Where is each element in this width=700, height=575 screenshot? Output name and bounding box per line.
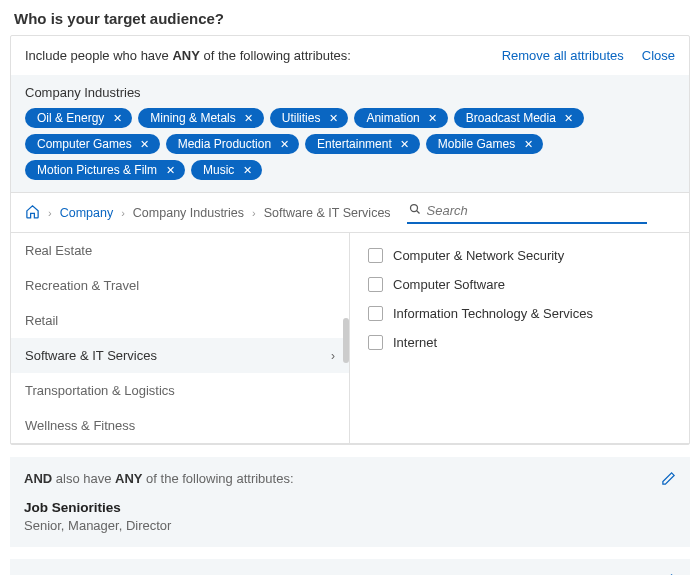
industry-pill: Mobile Games✕ xyxy=(426,134,543,154)
close-icon[interactable]: ✕ xyxy=(326,111,340,125)
home-icon[interactable] xyxy=(25,204,40,222)
industries-section: Company Industries Oil & Energy✕Mining &… xyxy=(11,75,689,192)
targeting-panel: Include people who have ANY of the follo… xyxy=(10,35,690,445)
checkbox[interactable] xyxy=(368,306,383,321)
close-icon[interactable]: ✕ xyxy=(110,111,124,125)
industry-pill: Mining & Metals✕ xyxy=(138,108,263,128)
industry-pill: Music✕ xyxy=(191,160,262,180)
checkbox[interactable] xyxy=(368,248,383,263)
pill-label: Music xyxy=(203,163,234,177)
pill-label: Computer Games xyxy=(37,137,132,151)
attribute-block: AND also have ANY of the following attri… xyxy=(10,559,690,575)
category-item[interactable]: Recreation & Travel xyxy=(11,268,349,303)
category-item[interactable]: Retail xyxy=(11,303,349,338)
checkbox[interactable] xyxy=(368,277,383,292)
search-input[interactable] xyxy=(427,203,645,218)
attribute-block: AND also have ANY of the following attri… xyxy=(10,457,690,547)
pill-row: Oil & Energy✕Mining & Metals✕Utilities✕A… xyxy=(25,108,675,180)
pill-label: Animation xyxy=(366,111,419,125)
close-button[interactable]: Close xyxy=(642,48,675,63)
crumb-software[interactable]: Software & IT Services xyxy=(264,206,391,220)
pill-label: Media Production xyxy=(178,137,271,151)
close-icon[interactable]: ✕ xyxy=(242,111,256,125)
industry-pill: Entertainment✕ xyxy=(305,134,420,154)
close-icon[interactable]: ✕ xyxy=(521,137,535,151)
close-icon[interactable]: ✕ xyxy=(562,111,576,125)
pill-label: Entertainment xyxy=(317,137,392,151)
page-title: Who is your target audience? xyxy=(0,0,700,35)
category-item[interactable]: Software & IT Services› xyxy=(11,338,349,373)
industry-pill: Media Production✕ xyxy=(166,134,299,154)
industry-pill: Motion Pictures & Film✕ xyxy=(25,160,185,180)
industry-pill: Oil & Energy✕ xyxy=(25,108,132,128)
industries-label: Company Industries xyxy=(25,85,675,100)
checkbox[interactable] xyxy=(368,335,383,350)
pill-label: Utilities xyxy=(282,111,321,125)
category-item[interactable]: Wellness & Fitness xyxy=(11,408,349,443)
chevron-right-icon: › xyxy=(331,349,335,363)
columns: Real EstateRecreation & TravelRetailSoft… xyxy=(11,233,689,444)
option-row[interactable]: Internet xyxy=(354,328,685,357)
scrollbar[interactable] xyxy=(343,318,349,363)
options-list: Computer & Network SecurityComputer Soft… xyxy=(350,233,689,443)
category-list: Real EstateRecreation & TravelRetailSoft… xyxy=(11,233,350,443)
close-icon[interactable]: ✕ xyxy=(240,163,254,177)
option-row[interactable]: Computer Software xyxy=(354,270,685,299)
category-item[interactable]: Real Estate xyxy=(11,233,349,268)
search-icon xyxy=(409,203,421,218)
pill-label: Oil & Energy xyxy=(37,111,104,125)
industry-pill: Computer Games✕ xyxy=(25,134,160,154)
industry-pill: Broadcast Media✕ xyxy=(454,108,584,128)
industry-pill: Utilities✕ xyxy=(270,108,349,128)
option-row[interactable]: Information Technology & Services xyxy=(354,299,685,328)
option-row[interactable]: Computer & Network Security xyxy=(354,241,685,270)
close-icon[interactable]: ✕ xyxy=(398,137,412,151)
search-wrap xyxy=(407,201,647,224)
edit-icon[interactable] xyxy=(661,471,676,489)
crumb-company[interactable]: Company xyxy=(60,206,114,220)
remove-all-button[interactable]: Remove all attributes xyxy=(502,48,624,63)
crumb-industries[interactable]: Company Industries xyxy=(133,206,244,220)
pill-label: Mining & Metals xyxy=(150,111,235,125)
breadcrumb: › Company › Company Industries › Softwar… xyxy=(11,192,689,233)
svg-point-0 xyxy=(410,205,417,212)
close-icon[interactable]: ✕ xyxy=(163,163,177,177)
category-item[interactable]: Transportation & Logistics xyxy=(11,373,349,408)
pill-label: Motion Pictures & Film xyxy=(37,163,157,177)
include-text: Include people who have ANY of the follo… xyxy=(25,48,351,63)
svg-line-1 xyxy=(416,211,419,214)
close-icon[interactable]: ✕ xyxy=(426,111,440,125)
close-icon[interactable]: ✕ xyxy=(138,137,152,151)
close-icon[interactable]: ✕ xyxy=(277,137,291,151)
industry-pill: Animation✕ xyxy=(354,108,447,128)
pill-label: Broadcast Media xyxy=(466,111,556,125)
pill-label: Mobile Games xyxy=(438,137,515,151)
